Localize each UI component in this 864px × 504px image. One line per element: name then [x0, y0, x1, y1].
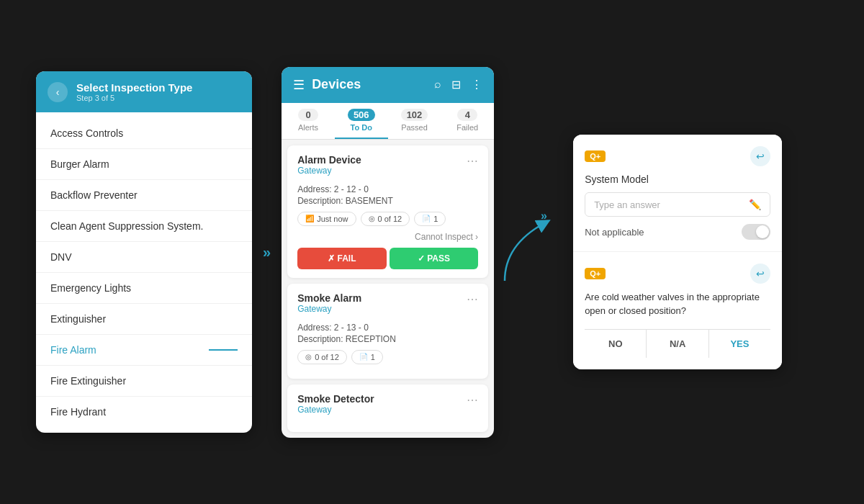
- device-card-header: Alarm Device Gateway ⋯: [297, 154, 478, 181]
- panel1-title: Select Inspection Type: [76, 81, 192, 94]
- menu-icon[interactable]: ☰: [293, 77, 305, 93]
- panel2-title: Devices: [312, 77, 361, 92]
- tab-label: To Do: [351, 123, 372, 132]
- inspection-type-item[interactable]: Extinguisher: [36, 304, 252, 335]
- chip-item[interactable]: ◎0 of 12: [361, 212, 410, 226]
- not-applicable-toggle[interactable]: [742, 224, 770, 240]
- device-name: Alarm Device: [297, 154, 361, 166]
- device-address: Address: 2 - 12 - 0: [297, 184, 478, 194]
- panel1-title-group: Select Inspection Type Step 3 of 5: [76, 81, 192, 102]
- fail-button[interactable]: ✗ FAIL: [297, 248, 387, 269]
- answer-yes-button[interactable]: YES: [709, 330, 770, 358]
- q-toggle-label-1: Not applicable: [585, 227, 644, 238]
- filter-icon[interactable]: ⊟: [451, 78, 461, 91]
- device-name: Smoke Alarm: [297, 292, 361, 304]
- inspection-type-item[interactable]: Backflow Preventer: [36, 180, 252, 211]
- device-card: Alarm Device Gateway ⋯ Address: 2 - 12 -…: [287, 145, 488, 278]
- device-type[interactable]: Gateway: [297, 405, 374, 415]
- panel2-header-left: ☰ Devices: [293, 77, 361, 93]
- tab-passed[interactable]: 102Passed: [388, 103, 441, 139]
- panel2-tabs: 0Alerts506To Do102Passed4Failed: [282, 103, 494, 140]
- q-card-2-header: Q+ ↩: [585, 264, 770, 284]
- inspection-type-item[interactable]: Access Controls: [36, 118, 252, 149]
- devices-panel: ☰ Devices ⌕ ⊟ ⋮ 0Alerts506To Do102Passed…: [282, 67, 494, 438]
- q-input-placeholder-1: Type an answer: [594, 199, 660, 210]
- curved-arrow-connector: »: [501, 180, 566, 324]
- device-card-header: Smoke Alarm Gateway ⋯: [297, 292, 478, 320]
- device-card-header: Smoke Detector Gateway ⋯: [297, 393, 478, 420]
- tab-failed[interactable]: 4Failed: [441, 103, 494, 139]
- chip-item[interactable]: 📄1: [414, 212, 446, 226]
- more-icon[interactable]: ⋮: [471, 78, 482, 91]
- tab-badge: 4: [457, 109, 477, 121]
- inspection-type-item[interactable]: Fire Alarm: [36, 335, 252, 366]
- panel2-header: ☰ Devices ⌕ ⊟ ⋮: [282, 67, 494, 103]
- device-type[interactable]: Gateway: [297, 304, 361, 314]
- inspection-type-item[interactable]: Fire Hydrant: [36, 397, 252, 427]
- answer-na-button[interactable]: N/A: [647, 330, 708, 358]
- device-name: Smoke Detector: [297, 393, 374, 405]
- answer-no-button[interactable]: NO: [585, 330, 647, 358]
- pass-button[interactable]: ✓ PASS: [390, 248, 479, 269]
- arrow-connector-1: »: [259, 244, 274, 261]
- device-dots-menu[interactable]: ⋯: [467, 292, 478, 306]
- q-edit-icon-1: ✏️: [749, 199, 761, 210]
- chip-item[interactable]: 📄1: [351, 350, 383, 364]
- q-undo-2[interactable]: ↩: [750, 264, 770, 284]
- q-undo-1[interactable]: ↩: [750, 146, 770, 166]
- q-question-text-2: Are cold weather valves in the appropria…: [585, 291, 770, 317]
- q-input-row-1[interactable]: Type an answer ✏️: [585, 192, 770, 217]
- devices-list: Alarm Device Gateway ⋯ Address: 2 - 12 -…: [282, 140, 494, 438]
- chip-time[interactable]: 📶Just now: [297, 212, 356, 226]
- inspection-type-panel: ‹ Select Inspection Type Step 3 of 5 Acc…: [36, 71, 252, 433]
- device-card: Smoke Alarm Gateway ⋯ Address: 2 - 13 - …: [287, 284, 488, 379]
- chip-item[interactable]: ◎0 of 12: [297, 350, 347, 364]
- q-card-1: Q+ ↩ System Model Type an answer ✏️ Not …: [573, 135, 782, 252]
- device-chips: 📶Just now◎0 of 12📄1: [297, 212, 478, 226]
- device-type[interactable]: Gateway: [297, 166, 361, 176]
- inspection-type-list: Access ControlsBurger AlarmBackflow Prev…: [36, 112, 252, 433]
- panel2-action-icons: ⌕ ⊟ ⋮: [434, 78, 482, 91]
- panel1-header: ‹ Select Inspection Type Step 3 of 5: [36, 71, 252, 112]
- cannot-inspect-link[interactable]: Cannot Inspect ›: [297, 232, 478, 242]
- svg-text:»: »: [541, 210, 547, 222]
- tab-label: Alerts: [298, 123, 318, 132]
- inspection-type-item[interactable]: Burger Alarm: [36, 149, 252, 180]
- q-answer-row-2: NO N/A YES: [585, 329, 770, 358]
- chip-icon: ◎: [369, 215, 375, 222]
- q-card-1-header: Q+ ↩: [585, 146, 770, 166]
- inspection-type-item[interactable]: DNV: [36, 242, 252, 273]
- tab-badge: 102: [401, 109, 428, 121]
- inspection-type-item[interactable]: Clean Agent Suppression System.: [36, 211, 252, 242]
- device-address: Address: 2 - 13 - 0: [297, 323, 478, 333]
- device-dots-menu[interactable]: ⋯: [467, 154, 478, 168]
- inspection-type-item[interactable]: Fire Extinguisher: [36, 366, 252, 397]
- tab-alerts[interactable]: 0Alerts: [282, 103, 335, 139]
- q-label-1: System Model: [585, 174, 770, 185]
- tab-to-do[interactable]: 506To Do: [335, 103, 388, 139]
- q-badge-1: Q+: [585, 150, 606, 162]
- tab-label: Failed: [456, 123, 478, 132]
- chip-icon: ◎: [305, 353, 312, 361]
- device-card: Smoke Detector Gateway ⋯: [287, 384, 488, 432]
- tab-badge: 506: [348, 109, 375, 121]
- q-card-2: Q+ ↩ Are cold weather valves in the appr…: [573, 252, 782, 369]
- inspection-type-item[interactable]: Emergency Lights: [36, 273, 252, 304]
- panel1-subtitle: Step 3 of 5: [76, 94, 192, 102]
- device-description: Description: BASEMENT: [297, 196, 478, 206]
- device-chips: ◎0 of 12📄1: [297, 350, 478, 364]
- device-dots-menu[interactable]: ⋯: [467, 393, 478, 407]
- q-toggle-row-1: Not applicable: [585, 224, 770, 240]
- q-badge-2: Q+: [585, 268, 606, 279]
- chip-icon: 📄: [422, 215, 431, 222]
- time-icon: 📶: [305, 215, 314, 222]
- search-icon[interactable]: ⌕: [434, 78, 441, 91]
- tab-label: Passed: [401, 123, 428, 132]
- pass-fail-row: ✗ FAIL ✓ PASS: [297, 248, 478, 269]
- tab-badge: 0: [298, 109, 318, 121]
- chip-icon: 📄: [359, 353, 368, 361]
- question-panel: Q+ ↩ System Model Type an answer ✏️ Not …: [573, 135, 782, 369]
- back-button[interactable]: ‹: [48, 82, 68, 102]
- device-description: Description: RECEPTION: [297, 334, 478, 344]
